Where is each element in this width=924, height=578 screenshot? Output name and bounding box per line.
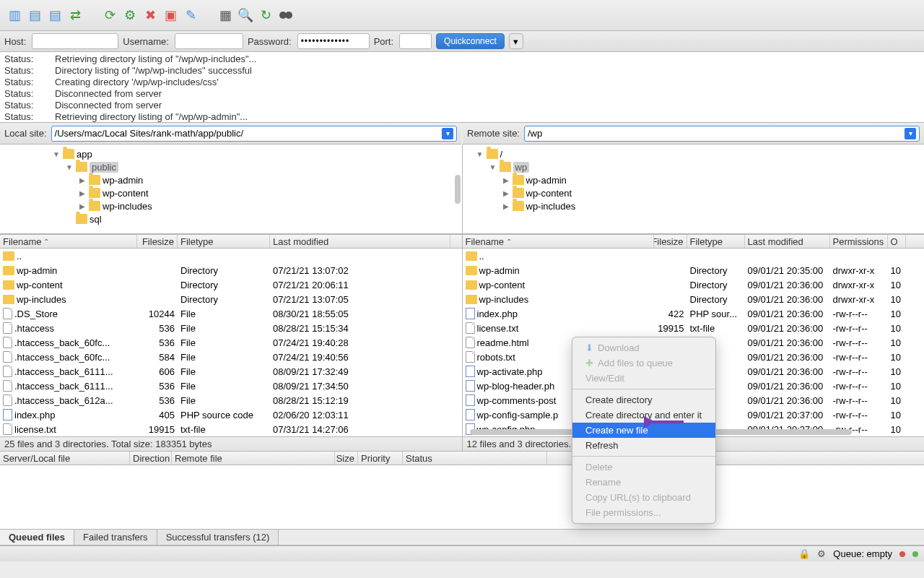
column-header[interactable]: O <box>888 235 906 248</box>
file-row[interactable]: wp-contentDirectory07/21/21 20:06:11 <box>0 277 462 292</box>
gear-icon[interactable]: ⚙ <box>817 548 826 559</box>
column-header[interactable]: Remote file <box>172 452 335 465</box>
tree-item[interactable]: ▼/ <box>463 147 925 160</box>
menu-refresh[interactable]: Refresh <box>572 438 715 453</box>
find-icon[interactable] <box>277 7 295 24</box>
file-row[interactable]: .htaccess536File08/28/21 15:15:34 <box>0 321 462 335</box>
column-header[interactable]: Filename ⌃ <box>463 235 654 248</box>
quickconnect-dropdown[interactable]: ▾ <box>509 33 523 49</box>
port-input[interactable] <box>399 33 432 49</box>
file-row[interactable]: license.txt19915txt-file09/01/21 20:36:0… <box>463 321 925 335</box>
menu-download[interactable]: ⬇Download <box>572 340 715 355</box>
toggle-tree-icon[interactable]: ▤ <box>46 7 64 24</box>
host-input[interactable] <box>32 33 118 49</box>
menu-delete[interactable]: Delete <box>572 460 715 475</box>
cancel-icon[interactable]: ✖ <box>141 7 159 24</box>
filter-icon[interactable]: ▦ <box>217 7 234 24</box>
menu-create-directory[interactable]: Create directory <box>572 392 715 407</box>
file-row[interactable]: .htaccess_back_6111...536File08/09/21 17… <box>0 379 462 393</box>
activity-indicator-red <box>899 551 905 557</box>
username-input[interactable] <box>175 33 243 49</box>
local-tree[interactable]: ▼app▼public▶wp-admin▶wp-content▶wp-inclu… <box>0 144 463 234</box>
reconnect-icon[interactable]: ✎ <box>182 7 199 24</box>
menu-rename[interactable]: Rename <box>572 475 715 490</box>
menu-view-edit[interactable]: View/Edit <box>572 371 715 386</box>
menu-create-directory-enter[interactable]: Create directory and enter it <box>572 407 715 423</box>
file-row[interactable]: index.php422PHP sour...09/01/21 20:36:00… <box>463 306 925 321</box>
file-row[interactable]: index.php405PHP source code02/06/20 12:0… <box>0 407 462 422</box>
remote-tree[interactable]: ▼/▼wp▶wp-admin▶wp-content▶wp-includes <box>463 144 925 234</box>
file-icon <box>3 380 12 392</box>
file-row[interactable]: wp-adminDirectory09/01/21 20:35:00drwxr-… <box>463 263 925 277</box>
folder-icon <box>500 162 511 172</box>
failed-transfers-tab[interactable]: Failed transfers <box>74 530 157 545</box>
tree-item[interactable]: ▶wp-includes <box>0 199 462 212</box>
queued-files-tab[interactable]: Queued files <box>0 530 74 545</box>
column-header[interactable]: Last modified <box>745 235 830 248</box>
menu-file-permissions[interactable]: File permissions... <box>572 505 715 520</box>
file-row[interactable]: .DS_Store10244File08/30/21 18:55:05 <box>0 306 462 321</box>
column-header[interactable]: Permissions <box>830 235 888 248</box>
lock-icon: 🔒 <box>798 548 810 559</box>
column-header[interactable]: Filesize <box>137 235 178 248</box>
file-icon <box>3 322 12 334</box>
local-list-body[interactable]: ..wp-adminDirectory07/21/21 13:07:02wp-c… <box>0 249 462 436</box>
column-header[interactable]: Filesize <box>654 235 687 248</box>
tree-item[interactable]: ▶wp-content <box>463 186 925 199</box>
quickconnect-button[interactable]: Quickconnect <box>436 33 505 49</box>
remote-path-combo[interactable]: /wp ▾ <box>524 126 920 142</box>
column-header[interactable]: Filename ⌃ <box>0 235 137 248</box>
port-label: Port: <box>374 36 393 47</box>
refresh-icon[interactable]: ⟳ <box>101 7 118 24</box>
search-icon[interactable]: 🔍 <box>237 7 254 24</box>
tree-item[interactable]: sql <box>0 212 462 225</box>
queue-body[interactable] <box>0 465 924 530</box>
column-header[interactable]: Filetype <box>687 235 745 248</box>
menu-copy-urls[interactable]: Copy URL(s) to clipboard <box>572 490 715 505</box>
column-header[interactable]: Last modified <box>270 235 450 248</box>
folder-icon <box>513 201 524 211</box>
column-header[interactable]: Filetype <box>178 235 270 248</box>
menu-create-new-file[interactable]: Create new file <box>572 423 715 438</box>
tree-item[interactable]: ▼app <box>0 147 462 160</box>
log-line: Status:Creating directory '/wp/wp-includ… <box>4 77 920 88</box>
file-row[interactable]: wp-adminDirectory07/21/21 13:07:02 <box>0 263 462 277</box>
php-file-icon <box>466 394 475 406</box>
column-header[interactable]: Status <box>403 452 547 465</box>
tree-item[interactable]: ▶wp-content <box>0 186 462 199</box>
tree-item[interactable]: ▶wp-includes <box>463 199 925 212</box>
column-header[interactable]: Direction <box>130 452 172 465</box>
column-header[interactable]: Size <box>335 452 358 465</box>
file-row[interactable]: .htaccess_back_6111...606File08/09/21 17… <box>0 364 462 379</box>
successful-transfers-tab[interactable]: Successful transfers (12) <box>157 530 279 545</box>
chevron-down-icon[interactable]: ▾ <box>905 128 916 139</box>
file-row[interactable]: .. <box>463 249 925 263</box>
file-row[interactable]: .htaccess_back_60fc...536File07/24/21 19… <box>0 335 462 350</box>
folder-icon <box>466 295 477 304</box>
column-header[interactable]: Server/Local file <box>0 452 130 465</box>
disconnect-icon[interactable]: ▣ <box>162 7 179 24</box>
password-input[interactable]: ••••••••••••• <box>297 33 370 49</box>
compare-icon[interactable]: ↻ <box>257 7 274 24</box>
tree-item[interactable]: ▼public <box>0 160 462 173</box>
tree-item[interactable]: ▶wp-admin <box>0 173 462 186</box>
sitemanager-icon[interactable]: ▥ <box>6 7 23 24</box>
local-path-combo[interactable]: /Users/mac/Local Sites/rank-math/app/pub… <box>51 126 457 142</box>
file-row[interactable]: .htaccess_back_612a...536File08/28/21 15… <box>0 393 462 407</box>
tree-item[interactable]: ▶wp-admin <box>463 173 925 186</box>
queue-tabs: Queued files Failed transfers Successful… <box>0 530 924 545</box>
file-row[interactable]: wp-includesDirectory09/01/21 20:36:00drw… <box>463 292 925 306</box>
toggle-queue-icon[interactable]: ⇄ <box>66 7 84 24</box>
scrollbar[interactable] <box>455 175 461 204</box>
file-row[interactable]: .. <box>0 249 462 263</box>
process-queue-icon[interactable]: ⚙ <box>121 7 139 24</box>
menu-add-to-queue[interactable]: ✚Add files to queue <box>572 355 715 371</box>
toggle-log-icon[interactable]: ▤ <box>26 7 43 24</box>
file-row[interactable]: .htaccess_back_60fc...584File07/24/21 19… <box>0 350 462 364</box>
file-row[interactable]: wp-includesDirectory07/21/21 13:07:05 <box>0 292 462 306</box>
column-header[interactable]: Priority <box>358 452 403 465</box>
chevron-down-icon[interactable]: ▾ <box>442 128 453 139</box>
tree-item[interactable]: ▼wp <box>463 160 925 173</box>
file-row[interactable]: wp-contentDirectory09/01/21 20:36:00drwx… <box>463 277 925 292</box>
file-row[interactable]: license.txt19915txt-file07/31/21 14:27:0… <box>0 422 462 436</box>
